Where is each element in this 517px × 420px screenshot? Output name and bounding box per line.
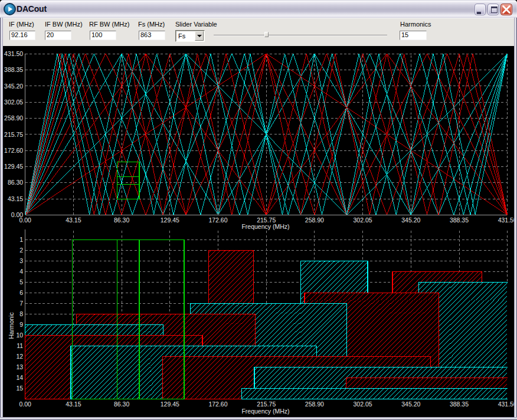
svg-text:Harmonic: Harmonic bbox=[8, 313, 15, 339]
svg-text:8: 8 bbox=[19, 310, 23, 317]
svg-text:431.50: 431.50 bbox=[498, 216, 514, 224]
svg-text:215.75: 215.75 bbox=[4, 131, 23, 138]
svg-text:86.30: 86.30 bbox=[114, 401, 129, 408]
svg-text:172.60: 172.60 bbox=[4, 147, 23, 154]
svg-text:86.30: 86.30 bbox=[8, 179, 23, 186]
svg-text:2: 2 bbox=[19, 247, 23, 254]
svg-text:302.05: 302.05 bbox=[4, 99, 23, 106]
svg-text:10: 10 bbox=[17, 332, 24, 339]
svg-text:0.00: 0.00 bbox=[11, 211, 24, 218]
svg-text:7: 7 bbox=[19, 300, 23, 307]
svg-text:215.75: 215.75 bbox=[257, 401, 276, 408]
svg-text:345.20: 345.20 bbox=[401, 216, 420, 224]
svg-text:13: 13 bbox=[17, 363, 24, 370]
svg-text:345.20: 345.20 bbox=[401, 401, 420, 408]
svg-text:43.15: 43.15 bbox=[66, 216, 81, 224]
svg-text:431.50: 431.50 bbox=[498, 401, 514, 408]
svg-text:6: 6 bbox=[19, 289, 23, 296]
svg-text:1: 1 bbox=[19, 236, 23, 243]
svg-text:5: 5 bbox=[19, 278, 23, 286]
svg-text:43.15: 43.15 bbox=[8, 195, 23, 202]
svg-text:172.60: 172.60 bbox=[208, 401, 227, 408]
svg-text:388.35: 388.35 bbox=[450, 401, 469, 408]
svg-text:431.50: 431.50 bbox=[4, 50, 23, 57]
svg-text:11: 11 bbox=[17, 342, 23, 349]
svg-text:Frequency (MHz): Frequency (MHz) bbox=[241, 223, 289, 230]
svg-text:0.00: 0.00 bbox=[19, 401, 31, 408]
svg-text:14: 14 bbox=[17, 374, 24, 381]
svg-text:258.90: 258.90 bbox=[305, 401, 324, 408]
svg-text:129.45: 129.45 bbox=[161, 216, 179, 224]
svg-text:4: 4 bbox=[19, 268, 23, 275]
svg-text:388.35: 388.35 bbox=[450, 216, 469, 224]
svg-text:Frequency (MHz): Frequency (MHz) bbox=[241, 408, 289, 415]
svg-text:9: 9 bbox=[19, 321, 23, 328]
svg-text:302.05: 302.05 bbox=[354, 216, 372, 224]
svg-text:172.60: 172.60 bbox=[208, 216, 227, 224]
svg-text:345.20: 345.20 bbox=[4, 83, 23, 90]
svg-text:86.30: 86.30 bbox=[114, 216, 129, 224]
svg-text:129.45: 129.45 bbox=[4, 163, 23, 170]
svg-text:258.90: 258.90 bbox=[305, 216, 324, 224]
svg-text:15: 15 bbox=[17, 385, 24, 392]
svg-text:258.90: 258.90 bbox=[4, 114, 23, 122]
svg-text:302.05: 302.05 bbox=[354, 401, 372, 408]
svg-text:12: 12 bbox=[17, 353, 24, 360]
svg-text:3: 3 bbox=[19, 257, 23, 264]
svg-text:388.35: 388.35 bbox=[4, 66, 23, 73]
svg-text:43.15: 43.15 bbox=[66, 401, 81, 408]
svg-text:129.45: 129.45 bbox=[161, 401, 179, 408]
